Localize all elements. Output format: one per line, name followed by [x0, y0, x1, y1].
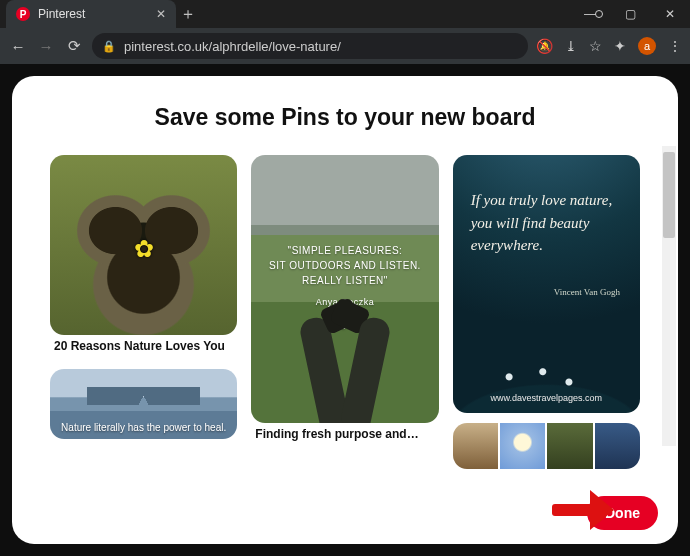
- browser-toolbar: ← → ⟳ 🔒 pinterest.co.uk/alphrdelle/love-…: [0, 28, 690, 64]
- back-button[interactable]: ←: [8, 38, 28, 55]
- window-close-button[interactable]: ✕: [650, 0, 690, 28]
- pin-card[interactable]: If you truly love nature, you will find …: [453, 155, 640, 413]
- new-tab-button[interactable]: ＋: [176, 0, 200, 28]
- flower-icon: ✿: [134, 235, 154, 263]
- browser-tab[interactable]: P Pinterest ✕: [6, 0, 176, 28]
- window-titlebar: P Pinterest ✕ ＋ ― ▢ ✕: [0, 0, 690, 28]
- save-pins-modal: Save some Pins to your new board ✿ 20 Re…: [12, 76, 678, 544]
- pin-card[interactable]: Nature literally has the power to heal.: [50, 369, 237, 439]
- done-button[interactable]: Done: [587, 496, 658, 530]
- window-minimize-button[interactable]: ―: [570, 0, 610, 28]
- scrollbar-thumb[interactable]: [663, 152, 675, 238]
- close-tab-icon[interactable]: ✕: [156, 7, 166, 21]
- pin-card[interactable]: ✿ 20 Reasons Nature Loves You: [50, 155, 237, 359]
- bookmark-star-icon[interactable]: ☆: [589, 38, 602, 54]
- pin-image-thumbnail-strip: [453, 423, 640, 469]
- pin-card[interactable]: [453, 423, 640, 469]
- lock-icon: 🔒: [102, 40, 116, 53]
- browser-menu-button[interactable]: ⋮: [668, 38, 682, 54]
- extensions-icon[interactable]: ✦: [614, 38, 626, 54]
- pin-image-vangogh-quote: If you truly love nature, you will find …: [453, 155, 640, 413]
- pin-card[interactable]: "SIMPLE PLEASURES: SIT OUTDOORS AND LIST…: [251, 155, 438, 447]
- pin-caption: 20 Reasons Nature Loves You: [50, 335, 237, 359]
- modal-title: Save some Pins to your new board: [12, 76, 678, 137]
- pin-source-site: www.davestravelpages.com: [453, 393, 640, 403]
- tab-title: Pinterest: [38, 7, 85, 21]
- address-text: pinterest.co.uk/alphrdelle/love-nature/: [124, 39, 341, 54]
- pin-grid[interactable]: ✿ 20 Reasons Nature Loves You Nature lit…: [12, 137, 678, 544]
- pin-quote-text: If you truly love nature, you will find …: [471, 189, 622, 257]
- pin-image-legs-outdoors: "SIMPLE PLEASURES: SIT OUTDOORS AND LIST…: [251, 155, 438, 423]
- pin-quote-attribution: Vincent Van Gogh: [554, 287, 620, 297]
- window-maximize-button[interactable]: ▢: [610, 0, 650, 28]
- pinterest-favicon: P: [16, 7, 30, 21]
- scrollbar[interactable]: [662, 146, 676, 446]
- address-bar[interactable]: 🔒 pinterest.co.uk/alphrdelle/love-nature…: [92, 33, 528, 59]
- forward-button[interactable]: →: [36, 38, 56, 55]
- profile-avatar[interactable]: a: [638, 37, 656, 55]
- pin-caption: Finding fresh purpose and…: [251, 423, 438, 447]
- pin-overlay-text: Nature literally has the power to heal.: [50, 422, 237, 433]
- pin-image-heart-stump: ✿: [50, 155, 237, 335]
- pin-image-mountain-lake: Nature literally has the power to heal.: [50, 369, 237, 439]
- install-app-icon[interactable]: ⤓: [565, 38, 577, 54]
- notifications-muted-icon[interactable]: 🔕: [536, 38, 553, 54]
- recording-indicator-icon: [595, 10, 603, 18]
- reload-button[interactable]: ⟳: [64, 37, 84, 55]
